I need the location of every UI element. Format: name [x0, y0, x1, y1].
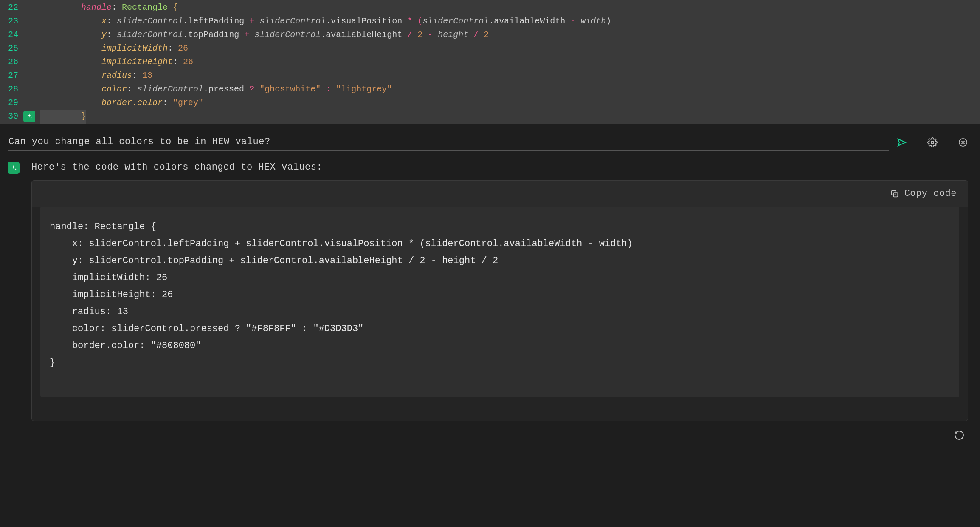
gutter — [23, 82, 40, 96]
code-content[interactable]: color: sliderControl.pressed ? "ghostwhi… — [40, 82, 980, 96]
line-number: 30 — [0, 110, 23, 124]
gutter — [23, 28, 40, 42]
gutter — [23, 96, 40, 110]
refresh-icon[interactable] — [954, 430, 965, 441]
gear-icon[interactable] — [926, 136, 938, 148]
prompt-input[interactable] — [8, 134, 889, 151]
code-content[interactable]: border.color: "grey" — [40, 96, 980, 110]
code-line[interactable]: 28 color: sliderControl.pressed ? "ghost… — [0, 82, 980, 96]
copy-code-label: Copy code — [904, 188, 957, 199]
response-code-block[interactable]: handle: Rectangle { x: sliderControl.lef… — [40, 207, 959, 397]
code-line[interactable]: 24 y: sliderControl.topPadding + sliderC… — [0, 28, 980, 42]
prompt-row — [8, 134, 972, 151]
line-number: 28 — [0, 82, 23, 96]
gutter — [23, 69, 40, 82]
line-number: 26 — [0, 55, 23, 69]
gutter — [23, 55, 40, 69]
close-icon[interactable] — [957, 136, 969, 148]
code-content[interactable]: implicitWidth: 26 — [40, 42, 980, 55]
code-content[interactable]: handle: Rectangle { — [40, 1, 980, 14]
copy-icon — [890, 189, 899, 198]
ai-chat-panel: Here's the code with colors changed to H… — [0, 125, 980, 449]
code-line[interactable]: 27 radius: 13 — [0, 69, 980, 82]
gutter — [23, 14, 40, 28]
code-content[interactable]: y: sliderControl.topPadding + sliderCont… — [40, 28, 980, 42]
line-number: 29 — [0, 96, 23, 110]
code-card-header: Copy code — [32, 181, 968, 207]
line-number: 22 — [0, 1, 23, 14]
code-content[interactable]: } — [40, 110, 86, 124]
code-line[interactable]: 29 border.color: "grey" — [0, 96, 980, 110]
chat-footer — [8, 421, 972, 449]
gutter[interactable] — [23, 110, 40, 124]
code-line[interactable]: 26 implicitHeight: 26 — [0, 55, 980, 69]
response-intro-text: Here's the code with colors changed to H… — [31, 162, 968, 173]
code-line[interactable]: 22 handle: Rectangle { — [0, 1, 980, 14]
send-icon[interactable] — [896, 136, 908, 148]
line-number: 24 — [0, 28, 23, 42]
code-content[interactable]: x: sliderControl.leftPadding + sliderCon… — [40, 14, 980, 28]
ai-response: Here's the code with colors changed to H… — [8, 162, 972, 421]
code-editor[interactable]: 22 handle: Rectangle { 23 x: sliderContr… — [0, 0, 980, 124]
prompt-actions — [896, 136, 972, 148]
ai-sparkle-icon — [8, 162, 20, 174]
ai-sparkle-icon[interactable] — [23, 110, 35, 122]
gutter — [23, 1, 40, 14]
gutter — [23, 42, 40, 55]
line-number: 23 — [0, 14, 23, 28]
line-number: 27 — [0, 69, 23, 82]
svg-point-0 — [931, 141, 934, 144]
code-line[interactable]: 30 } — [0, 110, 980, 124]
code-line[interactable]: 23 x: sliderControl.leftPadding + slider… — [0, 14, 980, 28]
code-line[interactable]: 25 implicitWidth: 26 — [0, 42, 980, 55]
line-number: 25 — [0, 42, 23, 55]
copy-code-button[interactable]: Copy code — [890, 188, 957, 199]
code-content[interactable]: implicitHeight: 26 — [40, 55, 980, 69]
code-content[interactable]: radius: 13 — [40, 69, 980, 82]
code-card: Copy code handle: Rectangle { x: sliderC… — [31, 180, 968, 421]
